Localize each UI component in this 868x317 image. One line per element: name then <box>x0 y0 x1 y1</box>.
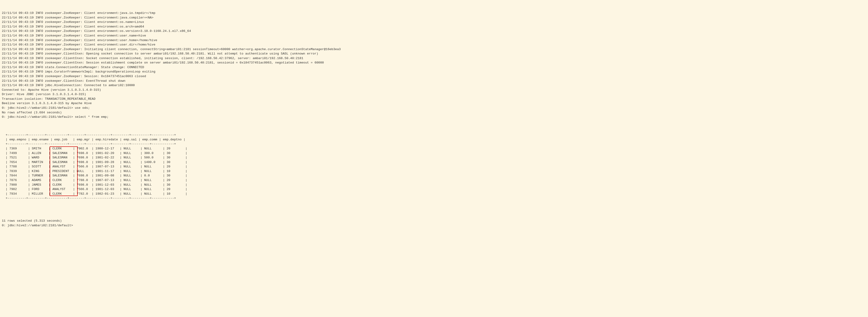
terminal-output: 22/11/14 09:43:19 INFO zookeeper.ZooKeep… <box>2 2 866 232</box>
job-cell-7: CLERK <box>53 178 71 182</box>
log-line: 22/11/14 09:43:19 INFO zookeeper.ClientC… <box>2 56 866 61</box>
log-line: 22/11/14 09:43:19 INFO zookeeper.ZooKeep… <box>2 38 866 43</box>
job-cell-8: CLERK <box>53 183 71 186</box>
job-cell-2: SALESMAN <box>53 156 71 159</box>
table-output: +----------+---------+-----------+------… <box>5 133 187 201</box>
table-divider-top: +----------+---------+-----------+------… <box>5 133 176 137</box>
log-line: 22/11/14 09:43:19 INFO zookeeper.ZooKeep… <box>2 33 866 38</box>
footer-lines: 11 rows selected (5.313 seconds) 0: jdbc… <box>2 219 866 227</box>
log-line: 22/11/14 09:43:19 INFO zookeeper.ZooKeep… <box>2 25 866 29</box>
log-line: 22/11/14 09:43:19 INFO zookeeper.ZooKeep… <box>2 15 866 20</box>
log-line: 22/11/14 09:43:19 INFO zookeeper.ZooKeep… <box>2 42 866 47</box>
log-line: 22/11/14 09:43:19 INFO zookeeper.ClientC… <box>2 79 866 83</box>
log-line: Transaction isolation: TRANSACTION_REPEA… <box>2 97 866 101</box>
table-row: | 7839 | KING | PRESIDENT | NULL | 1981-… <box>5 170 187 173</box>
log-line: 22/11/14 09:43:19 INFO zookeeper.ZooKeep… <box>2 29 866 33</box>
log-line: Beeline version 3.1.0.3.1.4.0-315 by Apa… <box>2 101 866 106</box>
log-line: 22/11/14 09:43:19 INFO zookeeper.ClientC… <box>2 51 866 56</box>
job-cell-10: CLERK <box>53 192 71 196</box>
table-row: | 7654 | MARTIN | SALESMAN | 7698.0 | 19… <box>5 161 187 164</box>
job-cell-6: SALESMAN <box>53 174 71 177</box>
table-row: | 7788 | SCOTT | ANALYST | 7566.0 | 1987… <box>5 165 187 168</box>
table-row: | 7521 | WARD | SALESMAN | 7698.0 | 1981… <box>5 156 187 159</box>
log-line: 22/11/14 09:43:19 INFO zookeeper.ClientC… <box>2 61 866 65</box>
log-line: 22/11/14 09:43:19 INFO zookeeper.ZooKeep… <box>2 11 866 15</box>
log-line: 22/11/14 09:43:19 INFO imps.CuratorFrame… <box>2 70 866 74</box>
table-divider-mid: +----------+---------+-----------+------… <box>5 142 176 146</box>
log-line: 0: jdbc:hive2://ambari01:2181/default> s… <box>2 115 866 119</box>
job-cell-1: SALESMAN <box>53 151 71 155</box>
table-row: | 7499 | ALLEN | SALESMAN | 7698.0 | 198… <box>5 151 187 155</box>
table-row: | 7876 | ADAMS | CLERK | 7788.0 | 1987-0… <box>5 178 187 182</box>
job-cell-0: CLERK <box>53 147 71 150</box>
table-header: | emp.empno | emp.ename | emp.job | emp.… <box>5 138 185 141</box>
log-line: 0: jdbc:hive2://ambari01:2181/default> u… <box>2 106 866 110</box>
log-lines-container: 22/11/14 09:43:19 INFO zookeeper.ZooKeep… <box>2 11 866 119</box>
table-row: | 7934 | MILLER | CLERK | 7782.0 | 1982-… <box>5 192 187 196</box>
log-line: No rows affected (3.684 seconds) <box>2 110 866 115</box>
log-line: Connected to: Apache Hive (version 3.1.0… <box>2 88 866 92</box>
log-line: Driver: Hive JDBC (version 3.1.0.3.1.4.0… <box>2 92 866 97</box>
table-row: | 7369 | SMITH | CLERK | 7902.0 | 1980-1… <box>5 147 187 150</box>
table-row: | 7900 | JAMES | CLERK | 7698.0 | 1981-1… <box>5 183 187 186</box>
terminal-prompt[interactable]: 0: jdbc:hive2://ambari02:2181/default> <box>2 224 75 227</box>
table-row: | 7844 | TURNER | SALESMAN | 7698.0 | 19… <box>5 174 187 177</box>
table-divider-bot: +----------+---------+-----------+------… <box>5 197 176 200</box>
log-line: 22/11/14 09:43:19 INFO state.ConnectionS… <box>2 65 866 70</box>
log-line: 22/11/14 09:43:19 INFO jdbc.HiveConnecti… <box>2 83 866 88</box>
log-line: 22/11/14 09:43:19 INFO zookeeper.ZooKeep… <box>2 20 866 25</box>
job-cell-4: ANALYST <box>53 165 71 168</box>
log-line: 22/11/14 09:43:19 INFO zookeeper.ZooKeep… <box>2 74 866 79</box>
job-cell-9: ANALYST <box>53 187 71 191</box>
job-cell-5: PRESIDENT <box>53 170 71 173</box>
log-line: 22/11/14 09:43:19 INFO zookeeper.ZooKeep… <box>2 47 866 52</box>
job-cell-3: SALESMAN <box>53 161 71 164</box>
table-row: | 7902 | FORD | ANALYST | 7566.0 | 1981-… <box>5 187 187 191</box>
rows-selected: 11 rows selected (5.313 seconds) <box>2 219 62 222</box>
query-result-table: +----------+---------+-----------+------… <box>5 124 187 214</box>
